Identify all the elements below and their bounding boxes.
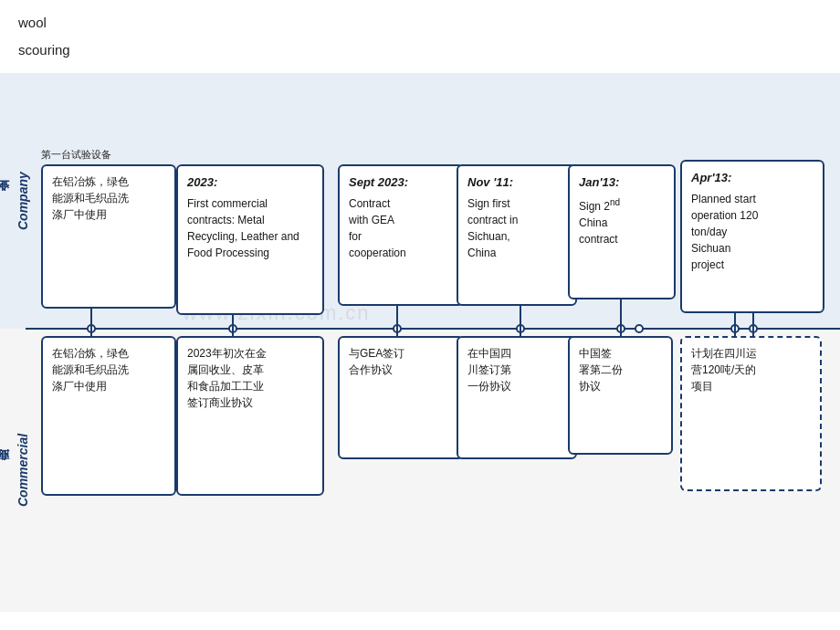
company-card-3-title: Nov '11: [467,173,566,192]
connector-v-cm2 [396,329,398,336]
company-english-label: Company [16,172,30,230]
connector-v-cm3 [520,329,521,336]
company-card-2-title: Sept 2023: [349,173,453,192]
connector-v-cm1 [232,329,234,336]
commercial-card-1-body: 2023年初次在金属回收业、皮革和食品加工工业签订商业协议 [187,347,267,409]
label-wool: wool [18,9,70,37]
company-card-0: 在铝冶炼，绿色能源和毛织品洗涤厂中使用 [41,164,176,309]
commercial-card-2-body: 与GEA签订合作协议 [349,347,404,376]
commercial-card-1: 2023年初次在金属回收业、皮革和食品加工工业签订商业协议 [176,336,324,496]
timeline-line [26,328,840,330]
connector-v-0 [90,309,92,329]
card0-note: 第一台试验设备 [41,148,111,162]
commercial-card-5-body: 计划在四川运营120吨/天的项目 [691,347,757,393]
commercial-card-0: 在铝冶炼，绿色能源和毛织品洗涤厂中使用 [41,336,176,496]
commercial-card-3-body: 在中国四川签订第一份协议 [467,347,511,393]
connector-v-1 [232,315,234,329]
company-card-4-body: Sign 2ndChinacontract [579,200,620,246]
company-card-1-title: 2023: [187,173,313,192]
connector-v-5b [752,313,754,329]
commercial-card-4-body: 中国签署第二份协议 [579,347,623,393]
commercial-card-4: 中国签署第二份协议 [568,336,673,455]
company-card-5: Apr'13: Planned startoperation 120ton/da… [680,160,824,313]
commercial-card-5: 计划在四川运营120吨/天的项目 [680,336,822,491]
commercial-card-3: 在中国四川签订第一份协议 [457,336,577,459]
connector-v-3 [520,306,521,329]
company-card-4-title: Jan'13: [579,173,665,192]
commercial-card-0-body: 在铝冶炼，绿色能源和毛织品洗涤厂中使用 [52,347,129,393]
commercial-english-label: Commercial [16,434,30,507]
company-card-4: Jan'13: Sign 2ndChinacontract [568,164,676,299]
connector-v-cm5a [734,329,736,336]
company-card-1: 2023: First commercial contracts: Metal … [176,164,324,315]
timeline-node-6 [635,324,644,333]
label-scouring: scouring [18,37,70,64]
company-card-1-body: First commercial contracts: Metal Recycl… [187,197,299,259]
commercial-side-label: 商业 Commercial [0,329,26,612]
timeline-container: 企业 Company 商业 Commercial www.zixin.com.c… [0,73,840,630]
company-card-0-body: 在铝冶炼，绿色能源和毛织品洗涤厂中使用 [52,175,129,221]
top-labels: wool scouring [0,0,89,73]
company-card-5-title: Apr'13: [691,169,814,187]
company-card-2-body: Contractwith GEAforcooperation [349,197,406,259]
company-side-label: 企业 Company [0,73,26,329]
company-card-5-body: Planned startoperation 120ton/daySichuan… [691,193,758,271]
commercial-card-2: 与GEA签订合作协议 [338,336,464,459]
connector-v-cm4 [620,329,622,336]
connector-v-5a [734,313,736,329]
connector-v-cm0 [90,329,92,336]
company-card-2: Sept 2023: Contractwith GEAforcooperatio… [338,164,464,306]
connector-v-2 [396,306,398,329]
company-card-3-body: Sign firstcontract inSichuan,China [467,197,518,259]
company-card-3: Nov '11: Sign firstcontract inSichuan,Ch… [457,164,577,306]
connector-v-cm5b [752,329,754,336]
connector-v-4 [620,299,622,329]
